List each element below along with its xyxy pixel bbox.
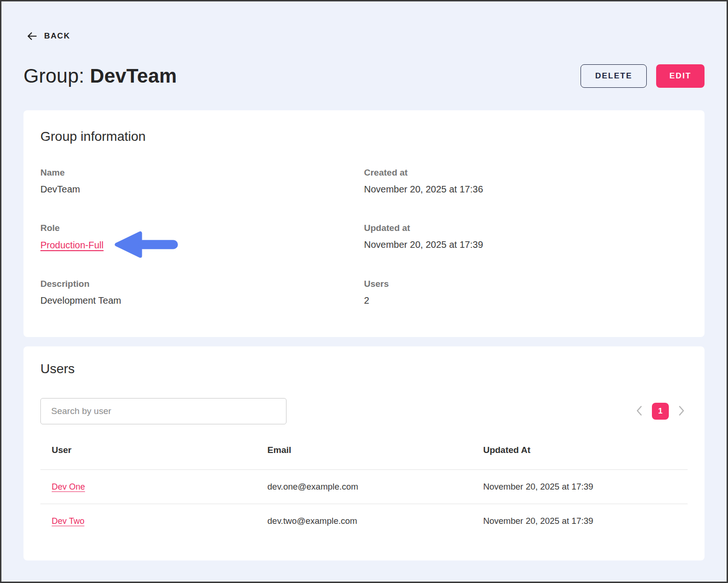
chevron-left-icon: [636, 406, 643, 417]
user-updated-at: November 20, 2025 at 17:39: [472, 504, 688, 538]
back-row: BACK: [23, 29, 705, 44]
page-number-button[interactable]: 1: [652, 403, 669, 420]
user-link[interactable]: Dev One: [52, 482, 85, 491]
next-page-button[interactable]: [676, 404, 687, 419]
delete-button[interactable]: DELETE: [581, 64, 647, 88]
group-info-card: Group information Name DevTeam Created a…: [23, 110, 705, 337]
field-value: 2: [364, 295, 688, 306]
users-card: Users 1 User: [23, 346, 705, 560]
field-users-count: Users 2: [364, 279, 688, 306]
prev-page-button[interactable]: [634, 404, 644, 419]
column-header-user: User: [40, 432, 256, 470]
field-value: DevTeam: [40, 184, 364, 195]
title-actions: DELETE EDIT: [581, 64, 705, 88]
field-name: Name DevTeam: [40, 168, 364, 195]
field-value: November 20, 2025 at 17:39: [364, 239, 688, 250]
pagination: 1: [634, 403, 687, 420]
group-info-grid: Name DevTeam Created at November 20, 202…: [40, 168, 688, 306]
table-row: Dev One dev.one@example.com November 20,…: [40, 470, 688, 504]
field-updated-at: Updated at November 20, 2025 at 17:39: [364, 223, 688, 251]
back-label: BACK: [44, 31, 70, 41]
page-title: Group: DevTeam: [23, 65, 177, 87]
field-description: Description Development Team: [40, 279, 364, 306]
group-info-heading: Group information: [40, 129, 688, 144]
field-created-at: Created at November 20, 2025 at 17:36: [364, 168, 688, 195]
field-value: November 20, 2025 at 17:36: [364, 184, 688, 195]
column-header-updated-at: Updated At: [472, 432, 688, 470]
search-input[interactable]: [40, 398, 287, 424]
user-email: dev.one@example.com: [256, 470, 472, 504]
chevron-right-icon: [678, 406, 685, 417]
column-header-email: Email: [256, 432, 472, 470]
field-label: Description: [40, 279, 364, 289]
field-role: Role Production-Full: [40, 223, 364, 251]
user-updated-at: November 20, 2025 at 17:39: [472, 470, 688, 504]
role-link[interactable]: Production-Full: [40, 240, 104, 251]
page-title-group-name: DevTeam: [90, 65, 177, 87]
back-button[interactable]: BACK: [23, 29, 73, 44]
field-label: Name: [40, 168, 364, 178]
field-label: Updated at: [364, 223, 688, 233]
left-arrow-icon: [26, 31, 38, 42]
user-link[interactable]: Dev Two: [52, 516, 85, 526]
user-email: dev.two@example.com: [256, 504, 472, 538]
field-label: Created at: [364, 168, 688, 178]
edit-button[interactable]: EDIT: [656, 64, 705, 88]
field-value: Development Team: [40, 295, 364, 306]
field-label: Users: [364, 279, 688, 289]
annotation-arrow-icon: [113, 231, 183, 261]
users-table: User Email Updated At Dev One dev.one@ex…: [40, 432, 688, 538]
table-row: Dev Two dev.two@example.com November 20,…: [40, 504, 688, 538]
field-label: Role: [40, 223, 364, 233]
table-header-row: User Email Updated At: [40, 432, 688, 470]
users-heading: Users: [40, 361, 688, 376]
page-title-prefix: Group:: [23, 65, 90, 87]
